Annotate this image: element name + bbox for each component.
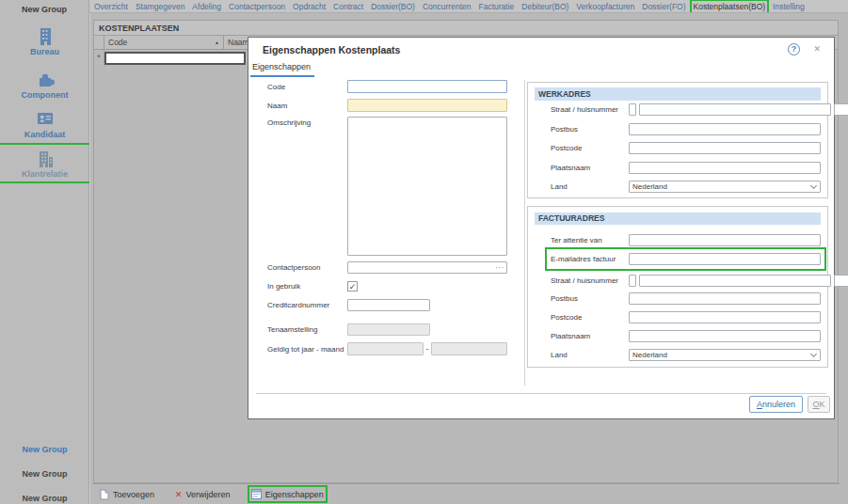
tab-eigenschappen[interactable]: Eigenschappen: [250, 62, 314, 77]
id-card-icon: [0, 107, 89, 128]
werkadres-title: WERKADRES: [535, 87, 821, 101]
row-selector-header: [94, 36, 104, 49]
code-field[interactable]: [347, 80, 507, 93]
fact-toevoeging-field[interactable]: [834, 275, 848, 287]
tab-opdracht[interactable]: Opdracht: [292, 2, 327, 11]
ter-attentie-label: Ter attentie van: [551, 236, 629, 244]
werk-postcode-label: Postcode: [551, 144, 629, 152]
geldig-tot-label: Geldig tot jaar - maand: [267, 345, 347, 354]
dialog-right-column: WERKADRES Straat / huisnummer Postbus Po…: [527, 82, 828, 368]
document-add-icon: [100, 489, 109, 500]
sidebar-group-new-1[interactable]: New Group: [0, 445, 89, 454]
contactpersoon-field[interactable]: [347, 261, 507, 274]
tab-instelling[interactable]: Instelling: [772, 2, 806, 11]
sidebar-item-label: Bureau: [0, 47, 89, 56]
sidebar-item-label: Kandidaat: [0, 130, 89, 139]
tab-contract[interactable]: Contract: [332, 2, 364, 11]
sidebar-item-label: Klantrelatie: [0, 169, 89, 179]
column-label: Naam: [228, 38, 249, 47]
contactpersoon-label: Contactpersoon: [267, 263, 347, 272]
werk-land-value: Nederland: [632, 182, 667, 191]
sidebar-item-kandidaat[interactable]: Kandidaat: [0, 107, 89, 139]
puzzle-icon: [0, 68, 89, 88]
fact-land-label: Land: [551, 351, 629, 359]
omschrijving-label: Omschrijving: [267, 117, 347, 127]
sidebar-item-bureau[interactable]: Bureau: [0, 24, 89, 56]
naam-label: Naam: [267, 102, 347, 110]
in-gebruik-checkbox[interactable]: ✓: [347, 281, 358, 291]
chevron-down-icon: [810, 350, 817, 356]
contactpersoon-lookup-button[interactable]: ...: [495, 261, 504, 270]
creditcardnummer-label: Creditcardnummer: [267, 301, 347, 309]
werk-huisnummer-field[interactable]: [639, 103, 831, 116]
factuuradres-section: FACTUURADRES Ter attentie van E-mailadre…: [527, 206, 828, 368]
sidebar-item-klantrelatie[interactable]: Klantrelatie: [0, 145, 89, 181]
fact-huisnummer-field[interactable]: [639, 275, 831, 287]
column-header-code[interactable]: Code ▲: [104, 36, 224, 49]
close-icon[interactable]: ✕: [813, 44, 821, 54]
factuuradres-title: FACTUURADRES: [535, 213, 821, 225]
tab-overzicht[interactable]: Overzicht: [93, 2, 129, 11]
creditcardnummer-field[interactable]: [347, 299, 430, 311]
werk-postcode-field[interactable]: [629, 142, 821, 154]
tab-afdeling[interactable]: Afdeling: [191, 2, 222, 11]
in-gebruik-label: In gebruik: [267, 282, 347, 291]
sidebar-group-title: New Group: [0, 5, 88, 14]
sidebar-item-component[interactable]: Component: [0, 68, 89, 100]
sidebar-item-label: Component: [0, 90, 89, 100]
geldig-jaar-field: [347, 342, 424, 355]
code-cell-input[interactable]: [104, 52, 246, 65]
tab-dossier-fo[interactable]: Dossier(FO): [641, 2, 686, 11]
werk-straat-field[interactable]: [629, 103, 636, 116]
new-row-marker: *: [94, 50, 104, 67]
add-button[interactable]: Toevoegen: [100, 489, 154, 500]
sidebar-group-new-3[interactable]: New Group: [0, 494, 89, 503]
emailadres-factuur-row: E-mailadres factuur: [551, 253, 821, 265]
tab-facturatie[interactable]: Facturatie: [477, 2, 515, 11]
column-divider: [524, 80, 525, 386]
tab-contactpersoon[interactable]: Contactpersoon: [228, 2, 286, 11]
dialog-title: Eigenschappen Kostenplaats: [263, 44, 400, 55]
ter-attentie-field[interactable]: [629, 234, 821, 246]
tab-verkoopfacturen[interactable]: Verkoopfacturen: [575, 2, 635, 11]
tab-dossier-bo[interactable]: Dossier(BO): [370, 2, 416, 11]
werk-postbus-label: Postbus: [551, 125, 629, 134]
fact-postcode-label: Postcode: [551, 313, 629, 322]
tab-debiteur-bo[interactable]: Debiteur(BO): [520, 2, 569, 11]
tab-kostenplaatsen-bo[interactable]: Kostenplaatsen(BO): [693, 2, 767, 11]
naam-field[interactable]: [347, 99, 507, 112]
werk-toevoeging-field[interactable]: [834, 103, 848, 116]
fact-land-select[interactable]: Nederland: [629, 349, 821, 361]
tab-concurrenten[interactable]: Concurrenten: [422, 2, 472, 11]
werk-postbus-field[interactable]: [629, 123, 821, 135]
eigenschappen-kostenplaats-dialog: Eigenschappen Kostenplaats ? ✕ Eigenscha…: [248, 37, 835, 419]
werk-land-select[interactable]: Nederland: [629, 181, 821, 193]
geldig-maand-field: [431, 342, 507, 355]
fact-postbus-label: Postbus: [551, 294, 629, 303]
ok-button: OK: [808, 396, 830, 413]
omschrijving-field[interactable]: [347, 117, 507, 256]
fact-straat-label: Straat / huisnummer: [551, 276, 629, 285]
werk-plaatsnaam-field[interactable]: [629, 162, 821, 174]
footer-separator: [256, 393, 826, 394]
fact-postcode-field[interactable]: [629, 311, 821, 323]
cancel-button[interactable]: Annuleren: [749, 396, 803, 413]
column-label: Code: [108, 38, 127, 47]
tab-stamgegeven[interactable]: Stamgegeven: [135, 2, 185, 11]
properties-icon: [251, 489, 262, 499]
fact-straat-field[interactable]: [629, 275, 636, 287]
help-icon[interactable]: ?: [788, 43, 800, 55]
sidebar: New Group Bureau Component Kandidaat Kla…: [0, 0, 89, 504]
emailadres-factuur-field[interactable]: [629, 253, 821, 265]
properties-button[interactable]: Eigenschappen: [251, 489, 324, 499]
sidebar-group-new-2[interactable]: New Group: [0, 469, 89, 479]
emailadres-factuur-label: E-mailadres factuur: [551, 255, 629, 263]
fact-plaatsnaam-field[interactable]: [629, 330, 821, 342]
properties-button-label: Eigenschappen: [265, 490, 324, 499]
werk-plaatsnaam-label: Plaatsnaam: [551, 164, 629, 172]
delete-x-icon: ✕: [175, 490, 183, 499]
bottom-toolbar: Toevoegen ✕ Verwijderen Eigenschappen: [93, 483, 840, 504]
delete-button[interactable]: ✕ Verwijderen: [175, 490, 231, 499]
panel-title: KOSTENPLAATSEN: [94, 21, 838, 36]
fact-postbus-field[interactable]: [629, 292, 821, 305]
